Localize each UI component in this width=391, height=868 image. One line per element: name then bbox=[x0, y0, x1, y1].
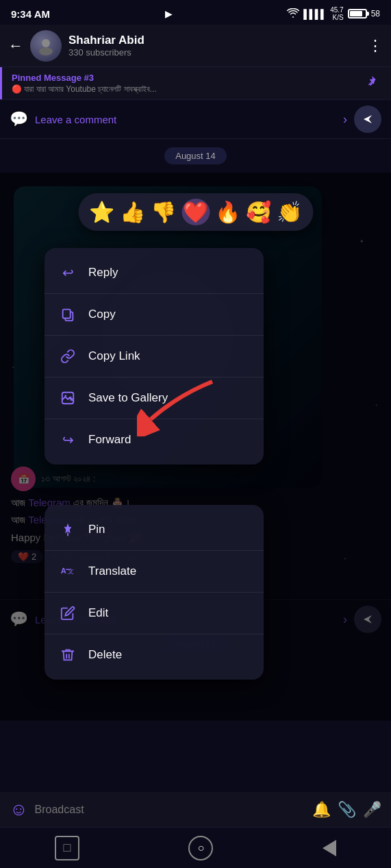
bell-button[interactable]: 🔔 bbox=[312, 801, 331, 819]
copy-icon bbox=[58, 305, 77, 324]
date-label: August 14 bbox=[164, 147, 227, 164]
avatar bbox=[30, 30, 62, 62]
speed-label: 45.7K/S bbox=[330, 6, 343, 21]
forward-icon: ↪ bbox=[58, 430, 77, 449]
edit-icon bbox=[58, 604, 77, 623]
reaction-clap[interactable]: 👏 bbox=[277, 200, 302, 224]
menu-item-copy-link[interactable]: Copy Link bbox=[45, 337, 264, 375]
bottom-input-bar: ☺ 🔔 📎 🎤 bbox=[0, 792, 391, 827]
extra-divider-2 bbox=[45, 592, 264, 593]
menu-item-forward[interactable]: ↪ Forward bbox=[45, 421, 264, 459]
translate-label: Translate bbox=[88, 565, 136, 578]
menu-divider-1 bbox=[45, 293, 264, 294]
edit-label: Edit bbox=[88, 606, 108, 620]
more-button[interactable]: ⋮ bbox=[368, 37, 383, 55]
app-screen: 9:34 AM ▶ ▌▌▌▌ 45.7K/S 58 ← bbox=[0, 0, 391, 868]
nav-circle-icon: ○ bbox=[198, 842, 205, 854]
subscriber-count: 330 subscribers bbox=[68, 47, 368, 58]
reply-label: Reply bbox=[88, 266, 118, 280]
emoji-picker-button[interactable]: ☺ bbox=[10, 799, 28, 820]
reaction-bar: ⭐ 👍 👎 ❤️ 🔥 🥰 👏 bbox=[78, 193, 313, 231]
svg-text:A: A bbox=[61, 567, 66, 575]
nav-circle-button[interactable]: ○ bbox=[188, 836, 213, 860]
copy-label: Copy bbox=[88, 308, 116, 321]
menu-item-save-gallery[interactable]: Save to Gallery bbox=[45, 379, 264, 417]
status-icons: ▌▌▌▌ 45.7K/S 58 bbox=[287, 6, 380, 21]
extra-context-menu: Pin A 文 Translate bbox=[45, 505, 264, 680]
pinned-message[interactable]: Pinned Message #3 🔴 যারা যারা আমার Youtu… bbox=[0, 67, 391, 99]
menu-item-copy[interactable]: Copy bbox=[45, 295, 264, 334]
nav-back-button[interactable] bbox=[323, 840, 336, 856]
extra-divider-3 bbox=[45, 634, 264, 634]
nav-square-icon: □ bbox=[63, 841, 71, 855]
svg-text:文: 文 bbox=[68, 568, 74, 575]
location-icon: ▶ bbox=[165, 8, 173, 19]
wifi-icon bbox=[287, 8, 299, 20]
signal-icon: ▌▌▌▌ bbox=[303, 9, 326, 19]
status-bar: 9:34 AM ▶ ▌▌▌▌ 45.7K/S 58 bbox=[0, 0, 391, 25]
nav-bar: □ ○ bbox=[0, 827, 391, 868]
svg-point-0 bbox=[42, 39, 50, 47]
pin-icon bbox=[58, 520, 77, 539]
menu-divider-3 bbox=[45, 377, 264, 377]
delete-label: Delete bbox=[88, 648, 122, 662]
back-button[interactable]: ← bbox=[8, 37, 23, 55]
reaction-thumbsup[interactable]: 👍 bbox=[120, 200, 145, 224]
comment-bar[interactable]: 💬 Leave a comment › bbox=[0, 99, 391, 139]
menu-item-translate[interactable]: A 文 Translate bbox=[45, 552, 264, 591]
reaction-heart[interactable]: ❤️ bbox=[181, 199, 210, 225]
reply-icon: ↩ bbox=[58, 263, 77, 282]
menu-divider-4 bbox=[45, 419, 264, 419]
reaction-kissing[interactable]: 🥰 bbox=[246, 200, 271, 224]
pin-label: Pin bbox=[88, 523, 105, 536]
nav-triangle-icon bbox=[323, 840, 336, 856]
delete-icon bbox=[58, 645, 77, 665]
pinned-title: Pinned Message #3 bbox=[12, 73, 157, 83]
pinned-icon bbox=[366, 74, 381, 92]
extra-divider-1 bbox=[45, 550, 264, 551]
copy-link-label: Copy Link bbox=[88, 349, 140, 363]
header-info: Shahriar Abid 330 subscribers bbox=[68, 34, 368, 58]
attach-button[interactable]: 📎 bbox=[338, 801, 356, 819]
context-menu: ↩ Reply Copy bbox=[45, 248, 264, 464]
comment-icon: 💬 bbox=[10, 110, 28, 128]
save-gallery-icon bbox=[58, 388, 77, 408]
svg-rect-5 bbox=[63, 310, 71, 319]
menu-item-pin[interactable]: Pin bbox=[45, 510, 264, 549]
comment-label: Leave a comment bbox=[35, 114, 343, 125]
battery-pct: 58 bbox=[371, 9, 380, 18]
date-separator: August 14 bbox=[0, 139, 391, 173]
menu-divider-2 bbox=[45, 335, 264, 336]
pinned-body: 🔴 যারা যারা আমার Youtube চ্যানেলটি সাবস্… bbox=[12, 84, 157, 94]
mic-button[interactable]: 🎤 bbox=[363, 801, 381, 819]
chat-header: ← Shahriar Abid 330 subscribers ⋮ bbox=[0, 25, 391, 67]
battery-icon bbox=[348, 9, 367, 18]
menu-item-reply[interactable]: ↩ Reply bbox=[45, 253, 264, 292]
menu-item-delete[interactable]: Delete bbox=[45, 636, 264, 674]
chat-name: Shahriar Abid bbox=[68, 34, 368, 47]
status-time: 9:34 AM bbox=[11, 8, 50, 20]
translate-icon: A 文 bbox=[58, 562, 77, 581]
save-gallery-label: Save to Gallery bbox=[88, 391, 168, 405]
comment-arrow: › bbox=[343, 112, 347, 127]
nav-square-button[interactable]: □ bbox=[55, 836, 79, 860]
copy-link-icon bbox=[58, 347, 77, 366]
broadcast-input[interactable] bbox=[35, 804, 305, 816]
svg-point-1 bbox=[39, 47, 53, 55]
forward-label: Forward bbox=[88, 433, 131, 447]
share-button[interactable] bbox=[354, 106, 381, 133]
reaction-fire[interactable]: 🔥 bbox=[215, 200, 240, 224]
menu-item-edit[interactable]: Edit bbox=[45, 594, 264, 632]
reaction-thumbsdown[interactable]: 👎 bbox=[151, 200, 176, 224]
reaction-star[interactable]: ⭐ bbox=[89, 200, 114, 224]
chat-section: ✦ ✦ * ✦ * ✦ * ✦ ⭐ 👍 👎 ❤️ 🔥 🥰 👏 bbox=[0, 173, 391, 721]
